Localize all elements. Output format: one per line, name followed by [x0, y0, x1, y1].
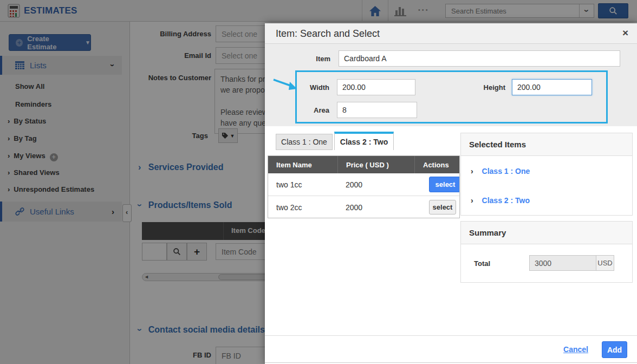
item-label: Item	[287, 55, 330, 63]
items-table-header-row: Item Name Price ( USD ) Actions	[268, 156, 460, 173]
col-price-usd: Price ( USD )	[337, 156, 414, 173]
dialog-item-form: Item Width Height Area	[265, 44, 637, 126]
selected-group-class-2[interactable]: › Class 2 : Two	[471, 196, 530, 205]
selected-items-title: Selected Items	[461, 133, 632, 156]
app-window: ESTIMATES ••• ›	[0, 0, 637, 364]
currency-addon: USD	[596, 255, 614, 271]
selected-items-panel: Selected Items › Class 1 : One › Class 2…	[460, 133, 633, 216]
select-item-button[interactable]: select	[429, 177, 460, 192]
height-input[interactable]	[512, 79, 592, 95]
price-cell: 2000	[337, 196, 414, 218]
chevron-right-icon: ›	[471, 196, 473, 205]
item-search-select-dialog: Item: Search and Select × Item Width Hei…	[265, 23, 637, 364]
select-item-button[interactable]: select	[429, 200, 456, 214]
area-input[interactable]	[337, 102, 417, 118]
items-table: Item Name Price ( USD ) Actions two 1cc …	[268, 155, 460, 218]
tab-class-1-one[interactable]: Class 1 : One	[276, 134, 333, 150]
col-item-name: Item Name	[268, 156, 337, 173]
height-label: Height	[473, 83, 505, 92]
dialog-footer: Cancel Add	[265, 335, 637, 363]
cancel-button[interactable]: Cancel	[563, 345, 588, 354]
summary-panel: Summary Total USD	[460, 221, 633, 283]
item-name-cell: two 2cc	[268, 196, 337, 218]
width-label: Width	[297, 83, 329, 92]
summary-title: Summary	[461, 222, 632, 244]
item-name-cell: two 1cc	[268, 173, 337, 196]
dimensions-annotation-box: Width Height Area	[295, 70, 608, 123]
price-cell: 2000	[337, 173, 414, 196]
table-row: two 1cc 2000 select	[268, 173, 460, 196]
dialog-header: Item: Search and Select ×	[265, 23, 637, 44]
table-row: two 2cc 2000 select	[268, 196, 460, 218]
area-label: Area	[297, 106, 329, 114]
tab-class-2-two[interactable]: Class 2 : Two	[334, 132, 394, 150]
close-icon[interactable]: ×	[622, 27, 628, 40]
width-input[interactable]	[337, 79, 415, 95]
add-button[interactable]: Add	[602, 341, 627, 358]
annotation-arrow-icon	[272, 77, 301, 93]
total-label: Total	[474, 259, 490, 268]
chevron-right-icon: ›	[471, 167, 473, 176]
dialog-title: Item: Search and Select	[276, 28, 380, 40]
col-actions: Actions	[414, 156, 460, 173]
total-value-input	[529, 255, 596, 271]
item-name-input[interactable]	[339, 50, 620, 67]
selected-group-class-1[interactable]: › Class 1 : One	[471, 167, 530, 176]
